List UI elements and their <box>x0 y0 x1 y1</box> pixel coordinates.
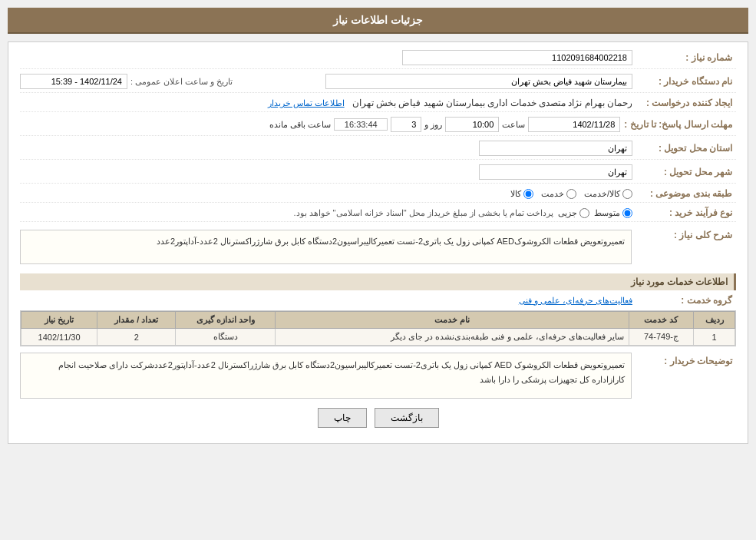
purchase-type-row: نوع فرآیند خرید : متوسط جزیی پرداخت تمام… <box>20 207 736 222</box>
response-deadline-label: مهلت ارسال پاسخ: تا تاریخ : <box>624 119 736 130</box>
city-input[interactable] <box>479 164 632 180</box>
purchase-type-option-jozii[interactable]: جزیی <box>558 208 589 218</box>
cell-date: 1402/11/30 <box>21 329 97 346</box>
city-value <box>20 164 636 180</box>
category-label: طبقه بندی موضوعی : <box>636 188 736 199</box>
need-number-input[interactable] <box>402 50 632 65</box>
category-option-kala[interactable]: کالا <box>510 189 533 199</box>
buyer-comment-section: توضیحات خریدار : تعمیروتعویض قطعات الکرو… <box>20 353 736 399</box>
need-description-section: شرح کلی نیاز : تعمیروتعویض قطعات الکروشو… <box>20 227 736 267</box>
purchase-type-radio-motavasset[interactable] <box>622 208 632 218</box>
creator-contact-link[interactable]: اطلاعات تماس خریدار <box>268 98 345 108</box>
col-row-num: ردیف <box>694 312 735 329</box>
province-input[interactable] <box>479 141 632 156</box>
cell-service-name: سایر فعالیت‌های حرفه‌ای، علمی و فنی طبقه… <box>276 329 629 346</box>
response-time-input[interactable] <box>445 117 499 132</box>
buyer-comment-label: توضیحات خریدار : <box>636 353 736 366</box>
service-group-link[interactable]: فعالیت‌های حرفه‌ای، علمی و فنی <box>519 296 632 305</box>
need-number-value <box>20 50 636 65</box>
need-number-label: شماره نیاز : <box>636 52 736 63</box>
service-info-section-title: اطلاعات خدمات مورد نیاز <box>20 273 736 290</box>
cell-unit: دستگاه <box>176 329 276 346</box>
province-label: استان محل تحویل : <box>636 143 736 154</box>
back-button[interactable]: بازگشت <box>375 408 439 428</box>
service-group-value: فعالیت‌های حرفه‌ای، علمی و فنی <box>20 296 636 306</box>
category-row: طبقه بندی موضوعی : کالا/خدمت خدمت کالا <box>20 188 736 203</box>
category-options: کالا/خدمت خدمت کالا <box>20 189 636 199</box>
need-description-value: تعمیروتعویض قطعات الکروشوکAED کمپانی زول… <box>20 230 632 264</box>
creator-label: ایجاد کننده درخواست : <box>636 98 736 108</box>
service-group-label: گروه خدمت : <box>636 295 736 306</box>
buyer-name-value <box>233 74 636 89</box>
table-header-row: ردیف کد خدمت نام خدمت واحد اندازه گیری ت… <box>21 312 735 329</box>
purchase-type-option-motavasset[interactable]: متوسط <box>594 208 632 218</box>
col-date: تاریخ نیاز <box>21 312 97 329</box>
announce-datetime-input[interactable] <box>20 74 127 89</box>
creator-text: رحمان بهرام نژاد متصدی خدمات اداری بیمار… <box>352 98 632 108</box>
purchase-type-note: پرداخت تمام یا بخشی از مبلغ خریداز محل "… <box>293 208 553 218</box>
response-time-label: ساعت <box>502 120 525 130</box>
col-service-name: نام خدمت <box>276 312 629 329</box>
purchase-type-radio-jozii[interactable] <box>579 208 589 218</box>
response-deadline-row: مهلت ارسال پاسخ: تا تاریخ : ساعت روز و 1… <box>20 117 736 136</box>
remaining-label: ساعت باقی مانده <box>269 120 331 130</box>
response-days-input[interactable] <box>391 117 421 132</box>
category-option-kala-khedmat[interactable]: کالا/خدمت <box>584 189 632 199</box>
creator-value: رحمان بهرام نژاد متصدی خدمات اداری بیمار… <box>20 98 636 108</box>
table-row: 1 ج-749-74 سایر فعالیت‌های حرفه‌ای، علمی… <box>21 329 735 346</box>
need-description-label: شرح کلی نیاز : <box>636 227 736 240</box>
col-quantity: تعداد / مقدار <box>97 312 176 329</box>
service-group-row: گروه خدمت : فعالیت‌های حرفه‌ای، علمی و ف… <box>20 295 736 306</box>
buyer-name-label: نام دستگاه خریدار : <box>636 76 736 87</box>
response-deadline-value: ساعت روز و 16:33:44 ساعت باقی مانده <box>20 117 624 132</box>
announce-datetime-label: تاریخ و ساعت اعلان عمومی : <box>130 77 233 86</box>
services-table: ردیف کد خدمت نام خدمت واحد اندازه گیری ت… <box>21 311 735 346</box>
action-buttons: بازگشت چاپ <box>20 408 736 436</box>
buyer-comment-value: تعمیروتعویض قطعات الکروشوک AED کمپانی زو… <box>20 353 632 399</box>
cell-quantity: 2 <box>97 329 176 346</box>
province-row: استان محل تحویل : <box>20 141 736 160</box>
cell-row-num: 1 <box>694 329 735 346</box>
need-number-row: شماره نیاز : <box>20 50 736 69</box>
category-radio-kala[interactable] <box>523 189 533 199</box>
purchase-type-label: نوع فرآیند خرید : <box>636 207 736 218</box>
col-unit: واحد اندازه گیری <box>176 312 276 329</box>
category-option-khedmat[interactable]: خدمت <box>541 189 576 199</box>
buyer-name-row: نام دستگاه خریدار : تاریخ و ساعت اعلان ع… <box>20 74 736 93</box>
buyer-name-input[interactable] <box>325 74 632 89</box>
page-header: جزئیات اطلاعات نیاز <box>8 8 748 34</box>
col-service-code: کد خدمت <box>629 312 693 329</box>
province-value <box>20 141 636 156</box>
services-table-container: ردیف کد خدمت نام خدمت واحد اندازه گیری ت… <box>20 310 736 346</box>
category-radio-khedmat[interactable] <box>566 189 576 199</box>
remaining-time-display: 16:33:44 <box>334 118 388 131</box>
response-date-input[interactable] <box>528 117 620 132</box>
print-button[interactable]: چاپ <box>318 408 367 428</box>
page-title: جزئیات اطلاعات نیاز <box>333 14 423 26</box>
response-days-label: روز و <box>424 120 442 130</box>
city-label: شهر محل تحویل : <box>636 167 736 177</box>
category-radio-kala-khedmat[interactable] <box>622 189 632 199</box>
purchase-type-options: متوسط جزیی پرداخت تمام یا بخشی از مبلغ خ… <box>20 208 636 218</box>
creator-row: ایجاد کننده درخواست : رحمان بهرام نژاد م… <box>20 98 736 112</box>
cell-service-code: ج-749-74 <box>629 329 693 346</box>
city-row: شهر محل تحویل : <box>20 164 736 184</box>
main-card: شماره نیاز : نام دستگاه خریدار : تاریخ و… <box>8 41 748 444</box>
